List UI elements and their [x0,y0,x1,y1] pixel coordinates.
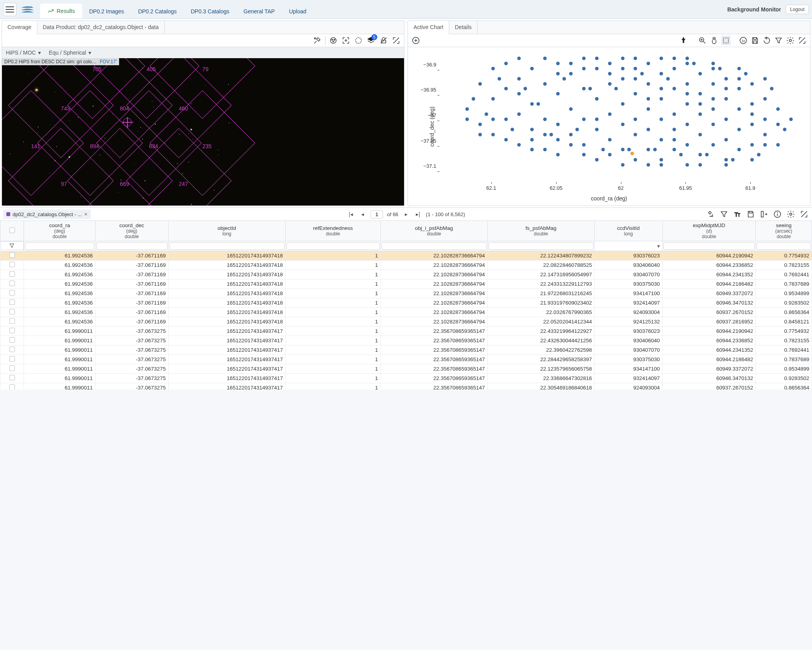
scatter-point[interactable] [595,57,599,60]
scatter-point[interactable] [737,107,741,111]
table-expand-icon[interactable] [799,209,809,219]
zoom-icon[interactable] [698,36,707,45]
scatter-point[interactable] [582,87,586,90]
scatter-point[interactable] [556,123,560,126]
scatter-point[interactable] [685,62,689,65]
scatter-point[interactable] [517,57,521,60]
scatter-point[interactable] [660,163,663,167]
table-row[interactable]: 61.9924536-37.06711691651220174314937418… [0,298,812,308]
filter-toggle[interactable] [0,241,24,250]
select-box-icon[interactable] [721,36,731,45]
scatter-point[interactable] [621,123,625,126]
scatter-point[interactable] [517,92,521,95]
text-options-icon[interactable]: TT [733,209,742,219]
col-ccdVisitId[interactable]: ccdVisitIdlong [594,221,662,241]
scatter-point[interactable] [634,57,637,60]
scatter-point[interactable] [685,163,689,167]
scatter-point[interactable] [711,123,715,126]
scatter-point[interactable] [511,128,514,131]
lock-icon[interactable] [379,36,388,45]
scatter-point[interactable] [504,87,508,90]
scatter-point[interactable] [634,92,637,95]
scatter-point[interactable] [640,72,644,75]
scatter-point[interactable] [504,62,508,65]
expand-icon[interactable] [391,36,401,45]
scatter-point[interactable] [621,102,625,106]
scatter-point[interactable] [595,128,599,131]
scatter-point[interactable] [763,77,767,81]
row-checkbox[interactable] [9,309,15,314]
table-row[interactable]: 61.9924536-37.06711691651220174314937418… [0,317,812,327]
filter-objectId[interactable] [169,242,285,250]
scatter-point[interactable] [556,153,560,156]
tab-active-chart[interactable]: Active Chart [408,21,449,34]
scatter-point[interactable] [672,128,676,131]
col-select[interactable] [0,221,24,241]
scatter-point[interactable] [491,97,495,101]
scatter-point[interactable] [770,87,773,90]
scatter-point[interactable] [744,72,748,75]
scatter-point[interactable] [757,153,761,156]
table-scroll[interactable]: coord_ra(deg)doublecoord_dec(deg)doubleo… [0,220,812,389]
scatter-point[interactable] [647,62,650,65]
scatter-point[interactable] [569,133,573,136]
table-row[interactable]: 61.9990011-37.06732751651220174314937417… [0,374,812,383]
scatter-point[interactable] [569,62,573,65]
scatter-point[interactable] [569,72,573,75]
scatter-point[interactable] [672,87,676,90]
row-checkbox[interactable] [9,384,15,389]
col-seeing[interactable]: seeing(arcsec)double [756,221,812,241]
scatter-point[interactable] [660,118,663,121]
scatter-point[interactable] [660,158,663,162]
settings-icon[interactable] [786,36,795,45]
scatter-point[interactable] [491,67,495,70]
filter-ccdVisitId[interactable]: ▾ [594,241,662,251]
sky-viewer[interactable]: DP0.2 HiPS from DESC DC2 sim: gri colo… … [2,58,404,206]
scatter-point[interactable] [530,102,534,106]
scatter-point[interactable] [698,72,702,75]
scatter-point[interactable] [647,128,650,131]
last-page-icon[interactable]: ▸| [414,210,422,218]
scatter-point[interactable] [608,72,612,75]
logout-button[interactable]: Logout [786,5,809,14]
scatter-point[interactable] [582,57,586,60]
scatter-point[interactable] [724,97,728,101]
tools-icon[interactable] [312,36,322,45]
tab-general-tap[interactable]: General TAP [237,4,282,18]
scatter-point[interactable] [666,77,670,81]
scatter-point[interactable] [737,77,741,81]
scatter-point[interactable] [731,158,735,162]
col-coord_dec[interactable]: coord_dec(deg)double [95,221,168,241]
scatter-point[interactable] [724,158,728,162]
color-icon[interactable] [329,36,338,45]
scatter-point[interactable] [582,118,586,121]
scatter-point[interactable] [698,153,702,156]
filter-expMidptMJD[interactable] [663,242,755,250]
scatter-point[interactable] [698,102,702,106]
scatter-point[interactable] [711,97,715,101]
save-icon[interactable] [750,36,760,45]
scatter-point[interactable] [634,133,637,136]
scatter-point[interactable] [524,87,527,90]
scatter-point[interactable] [627,148,631,151]
zoom-reset-icon[interactable]: 1x [739,36,748,45]
scatter-point[interactable] [653,148,657,151]
tab-coverage[interactable]: Coverage [2,21,37,34]
scatter-point[interactable] [504,138,508,141]
hamburger-menu-button[interactable] [3,3,17,16]
zoom-in-icon[interactable] [411,36,421,45]
tab-data-product[interactable]: Data Product: dp02_dc2_catalogs.Object -… [37,21,165,34]
scatter-point[interactable] [562,77,566,81]
scatter-point[interactable] [530,148,534,151]
scatter-point[interactable] [588,87,592,90]
center-icon[interactable] [341,36,351,45]
scatter-point[interactable] [647,97,650,101]
scatter-point[interactable] [763,118,767,121]
row-checkbox[interactable] [9,262,15,267]
background-monitor-link[interactable]: Background Monitor [727,6,781,13]
add-column-icon[interactable] [759,209,769,219]
col-objectId[interactable]: objectIdlong [168,221,285,241]
scatter-point[interactable] [582,67,586,70]
scatter-point[interactable] [647,163,650,167]
expand-chart-icon[interactable] [797,36,807,45]
